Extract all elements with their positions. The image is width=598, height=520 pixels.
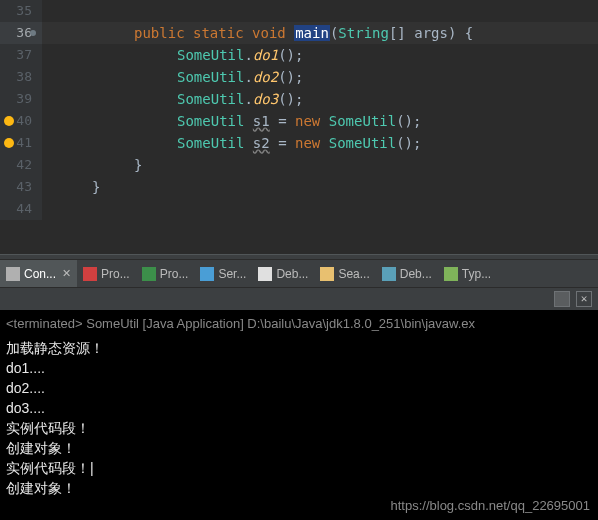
tab-icon bbox=[200, 267, 214, 281]
bottom-tabs: Con...✕Pro...Pro...Ser...Deb...Sea...Deb… bbox=[0, 260, 598, 288]
code-content[interactable]: } bbox=[42, 154, 598, 176]
tab-label: Pro... bbox=[160, 267, 189, 281]
code-content[interactable]: SomeUtil s2 = new SomeUtil(); bbox=[42, 132, 598, 154]
gutter[interactable]: 38 bbox=[0, 66, 42, 88]
tab-icon bbox=[382, 267, 396, 281]
code-content[interactable]: SomeUtil.do2(); bbox=[42, 66, 598, 88]
panel-tab[interactable]: Deb... bbox=[376, 260, 438, 287]
console-line: 加载静态资源！ bbox=[6, 338, 592, 358]
panel-tab[interactable]: Con...✕ bbox=[0, 260, 77, 287]
tab-label: Ser... bbox=[218, 267, 246, 281]
console-line: do2.... bbox=[6, 378, 592, 398]
code-line[interactable]: 42} bbox=[0, 154, 598, 176]
gutter[interactable]: 41 bbox=[0, 132, 42, 154]
stop-square-icon[interactable] bbox=[554, 291, 570, 307]
code-content[interactable]: SomeUtil.do3(); bbox=[42, 88, 598, 110]
gutter[interactable]: 37 bbox=[0, 44, 42, 66]
tab-icon bbox=[6, 267, 20, 281]
code-line[interactable]: 39SomeUtil.do3(); bbox=[0, 88, 598, 110]
tab-label: Typ... bbox=[462, 267, 491, 281]
code-line[interactable]: 36public static void main(String[] args)… bbox=[0, 22, 598, 44]
panel-tab[interactable]: Sea... bbox=[314, 260, 375, 287]
code-line[interactable]: 41SomeUtil s2 = new SomeUtil(); bbox=[0, 132, 598, 154]
panel-tab[interactable]: Ser... bbox=[194, 260, 252, 287]
tab-icon bbox=[320, 267, 334, 281]
gutter[interactable]: 42 bbox=[0, 154, 42, 176]
code-content[interactable] bbox=[42, 0, 598, 22]
gutter[interactable]: 35 bbox=[0, 0, 42, 22]
console-line: 创建对象！ bbox=[6, 438, 592, 458]
tab-label: Con... bbox=[24, 267, 56, 281]
gutter[interactable]: 40 bbox=[0, 110, 42, 132]
code-content[interactable] bbox=[42, 198, 598, 220]
console-status: <terminated> SomeUtil [Java Application]… bbox=[6, 312, 592, 338]
tab-icon bbox=[258, 267, 272, 281]
tab-label: Deb... bbox=[400, 267, 432, 281]
close-x-icon[interactable]: ✕ bbox=[576, 291, 592, 307]
tab-icon bbox=[444, 267, 458, 281]
console-line: 实例代码段！| bbox=[6, 458, 592, 478]
code-line[interactable]: 43} bbox=[0, 176, 598, 198]
gutter[interactable]: 39 bbox=[0, 88, 42, 110]
gutter[interactable]: 36 bbox=[0, 22, 42, 44]
console-line: 创建对象！ bbox=[6, 478, 592, 498]
code-content[interactable]: SomeUtil.do1(); bbox=[42, 44, 598, 66]
console-line: do1.... bbox=[6, 358, 592, 378]
code-content[interactable]: public static void main(String[] args) { bbox=[42, 22, 598, 44]
watermark: https://blog.csdn.net/qq_22695001 bbox=[391, 496, 591, 516]
console-line: 实例代码段！ bbox=[6, 418, 592, 438]
close-icon[interactable]: ✕ bbox=[62, 267, 71, 280]
code-line[interactable]: 38SomeUtil.do2(); bbox=[0, 66, 598, 88]
console-line: do3.... bbox=[6, 398, 592, 418]
panel-tab[interactable]: Deb... bbox=[252, 260, 314, 287]
gutter[interactable]: 44 bbox=[0, 198, 42, 220]
gutter[interactable]: 43 bbox=[0, 176, 42, 198]
code-editor[interactable]: 3536public static void main(String[] arg… bbox=[0, 0, 598, 254]
tab-icon bbox=[83, 267, 97, 281]
tab-label: Pro... bbox=[101, 267, 130, 281]
console-toolbar: ✕ bbox=[0, 288, 598, 310]
panel-tab[interactable]: Typ... bbox=[438, 260, 497, 287]
code-content[interactable]: } bbox=[42, 176, 598, 198]
gutter-marker-icon bbox=[30, 30, 36, 36]
code-line[interactable]: 37SomeUtil.do1(); bbox=[0, 44, 598, 66]
tab-label: Sea... bbox=[338, 267, 369, 281]
tab-icon bbox=[142, 267, 156, 281]
code-line[interactable]: 40SomeUtil s1 = new SomeUtil(); bbox=[0, 110, 598, 132]
code-line[interactable]: 35 bbox=[0, 0, 598, 22]
panel-tab[interactable]: Pro... bbox=[136, 260, 195, 287]
code-line[interactable]: 44 bbox=[0, 198, 598, 220]
code-content[interactable]: SomeUtil s1 = new SomeUtil(); bbox=[42, 110, 598, 132]
console-panel[interactable]: <terminated> SomeUtil [Java Application]… bbox=[0, 310, 598, 520]
lightbulb-icon[interactable] bbox=[4, 116, 14, 126]
lightbulb-icon[interactable] bbox=[4, 138, 14, 148]
panel-tab[interactable]: Pro... bbox=[77, 260, 136, 287]
tab-label: Deb... bbox=[276, 267, 308, 281]
